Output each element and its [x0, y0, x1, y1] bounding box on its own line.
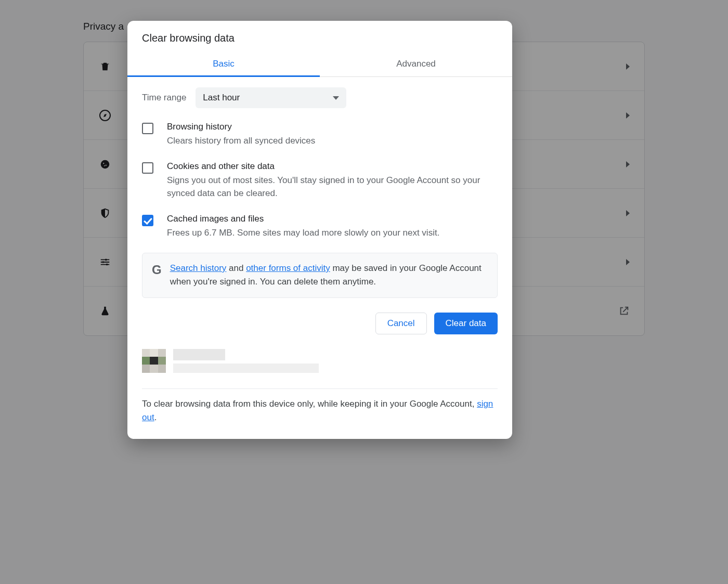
- dialog-buttons: Cancel Clear data: [127, 313, 512, 349]
- tab-basic[interactable]: Basic: [127, 51, 320, 76]
- google-icon: G: [152, 264, 162, 276]
- option-title: Browsing history: [167, 122, 315, 132]
- chevron-down-icon: [333, 96, 339, 100]
- dialog-tabs: Basic Advanced: [127, 51, 512, 77]
- clear-data-button[interactable]: Clear data: [434, 313, 498, 334]
- time-range-row: Time range Last hour: [142, 87, 498, 108]
- checkbox-cookies[interactable]: [142, 162, 153, 174]
- google-account-info: G Search history and other forms of acti…: [142, 253, 498, 298]
- redacted-account-info: [142, 349, 498, 380]
- option-title: Cookies and other site data: [167, 161, 498, 172]
- option-desc: Clears history from all synced devices: [167, 134, 315, 148]
- time-range-select[interactable]: Last hour: [196, 87, 346, 108]
- time-range-label: Time range: [142, 93, 186, 103]
- option-cache: Cached images and files Frees up 6.7 MB.…: [142, 214, 498, 240]
- divider: [142, 388, 498, 389]
- checkbox-browsing-history[interactable]: [142, 123, 153, 134]
- checkbox-cache[interactable]: [142, 215, 153, 226]
- link-other-activity[interactable]: other forms of activity: [246, 263, 330, 273]
- info-text: Search history and other forms of activi…: [170, 262, 488, 289]
- link-search-history[interactable]: Search history: [170, 263, 227, 273]
- clear-browsing-data-dialog: Clear browsing data Basic Advanced Time …: [127, 21, 512, 439]
- option-desc: Signs you out of most sites. You'll stay…: [167, 174, 498, 200]
- option-browsing-history: Browsing history Clears history from all…: [142, 122, 498, 148]
- dialog-title: Clear browsing data: [127, 21, 512, 51]
- option-title: Cached images and files: [167, 214, 439, 224]
- option-desc: Frees up 6.7 MB. Some sites may load mor…: [167, 226, 439, 240]
- option-cookies: Cookies and other site data Signs you ou…: [142, 161, 498, 200]
- cancel-button[interactable]: Cancel: [375, 313, 427, 334]
- footer-text: To clear browsing data from this device …: [127, 397, 512, 439]
- time-range-value: Last hour: [203, 93, 240, 103]
- tab-advanced[interactable]: Advanced: [320, 51, 512, 76]
